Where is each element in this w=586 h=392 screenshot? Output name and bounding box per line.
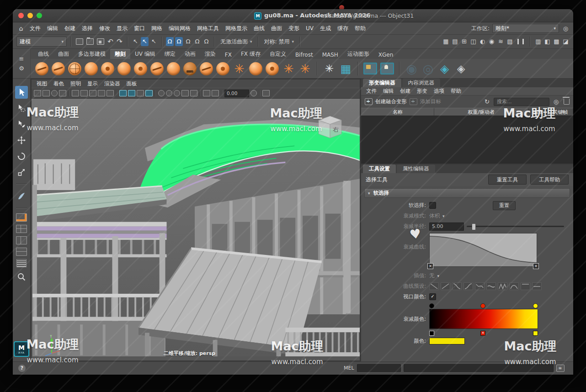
outliner-panel-icon[interactable]: ◪	[562, 37, 570, 46]
sculpt-smooth-tool-icon[interactable]	[101, 62, 114, 75]
viewport-settings-icon[interactable]	[262, 90, 270, 96]
shelf-tab[interactable]: Bifrost	[291, 50, 318, 59]
zoom-button[interactable]	[37, 13, 42, 18]
undo-icon[interactable]: ↶	[107, 37, 114, 46]
se-menu-item[interactable]: 文件	[363, 88, 380, 95]
live-surface-selector[interactable]: 无激活曲面 ▾	[218, 38, 254, 46]
sculpt-fill-tool-icon[interactable]	[249, 62, 262, 75]
falloff-curve-widget[interactable]: × ×	[429, 233, 537, 267]
outliner-layout-button[interactable]	[16, 259, 27, 267]
panel-menu-item[interactable]: 渲染器	[101, 80, 123, 87]
create-blendshape-icon[interactable]	[365, 98, 373, 105]
xray-icon[interactable]	[181, 90, 189, 96]
menubar-item[interactable]: 帮助	[352, 25, 369, 32]
tab-shape-editor[interactable]: 形变编辑器	[363, 79, 401, 87]
layer-ring-icon[interactable]: ◎	[421, 62, 435, 75]
rotate-tool[interactable]	[15, 150, 28, 163]
ramp-key-red[interactable]	[480, 303, 485, 308]
filter-icon[interactable]: ◎	[552, 97, 560, 106]
shelf-tab-active[interactable]: 雕刻	[110, 49, 130, 59]
curve-preset-button[interactable]	[509, 282, 519, 290]
tool-settings-icon[interactable]: ▩	[553, 37, 560, 46]
shelf-tab[interactable]: MASH	[318, 50, 343, 59]
column-header-name[interactable]: 名称	[361, 108, 434, 116]
menubar-item[interactable]: 曲线	[250, 25, 268, 32]
freeze-tool-icon[interactable]: ✳	[323, 62, 336, 75]
render-icon[interactable]: ▦	[442, 37, 450, 46]
ipr-render-icon[interactable]: ⊞	[460, 37, 468, 46]
search-input[interactable]	[494, 98, 549, 106]
titlebar[interactable]: M gu08.ma - Autodesk MAYA 2026 nloads/08…	[13, 9, 573, 22]
select-tool[interactable]	[15, 86, 28, 99]
menubar-item[interactable]: 显示	[113, 25, 131, 32]
sculpt-grab-tool-icon[interactable]	[134, 62, 147, 75]
snap-grid-icon[interactable]: Ω	[166, 37, 174, 46]
zoom-magnifier-icon[interactable]	[15, 270, 28, 283]
wireframe-mode-icon[interactable]	[119, 90, 127, 96]
help-icon[interactable]: ?	[18, 365, 26, 372]
shelf-tab[interactable]: 自定义	[265, 49, 291, 59]
sculpt-bulge-tool-icon[interactable]: ✳	[298, 62, 312, 75]
ao-icon[interactable]	[166, 90, 172, 96]
mode-selector[interactable]: 建模 ▾	[16, 37, 67, 47]
scale-tool[interactable]	[15, 166, 28, 179]
slider-handle[interactable]	[472, 223, 476, 230]
panel-menu-item[interactable]: 视图	[33, 80, 50, 87]
curve-preset-button[interactable]	[521, 282, 530, 290]
menubar-item[interactable]: 编辑网格	[165, 25, 194, 32]
tab-content-browser[interactable]: 内容浏览器	[402, 79, 441, 87]
interpolation-value[interactable]: 无	[429, 272, 435, 279]
camera-lock-icon[interactable]	[34, 90, 41, 96]
lighting-mode-icon[interactable]	[145, 90, 153, 96]
open-scene-icon[interactable]	[86, 38, 94, 45]
sculpt-pinch-tool-icon[interactable]	[150, 62, 164, 75]
move-tool[interactable]	[15, 134, 28, 147]
bookmark-icon[interactable]	[43, 90, 50, 96]
image-plane-icon[interactable]	[363, 63, 377, 74]
exposure-field[interactable]	[224, 90, 249, 97]
sculpt-spike-tool-icon[interactable]: ✳	[233, 62, 246, 75]
refresh-icon[interactable]: ↻	[483, 97, 491, 106]
layout-split-pane-button[interactable]	[16, 248, 27, 256]
sculpt-scrape-tool-icon[interactable]	[216, 62, 229, 75]
lasso-tool[interactable]	[15, 102, 28, 115]
column-header-edit[interactable]: 编辑	[528, 108, 548, 116]
sculpt-slice-tool-icon[interactable]	[52, 62, 65, 75]
shelf-tab[interactable]: XGen	[374, 50, 398, 59]
view-cube[interactable]: 右	[316, 114, 344, 141]
column-header-key[interactable]: 关键帧	[548, 108, 573, 116]
menubar-item[interactable]: 窗口	[131, 25, 148, 32]
shelf-tab[interactable]: 曲面	[53, 49, 74, 59]
reset-tool-button[interactable]: 重置工具	[488, 175, 527, 185]
isolate-select-icon[interactable]	[190, 90, 197, 96]
sculpt-flatten-tool-icon[interactable]	[167, 62, 180, 75]
toon-icon[interactable]: ≋	[497, 37, 505, 46]
curve-preset-button[interactable]	[532, 282, 542, 290]
save-scene-icon[interactable]	[97, 38, 104, 45]
uv-editor-icon[interactable]: ◈	[438, 62, 451, 75]
layout-single-pane-button[interactable]	[16, 213, 27, 222]
grease-pencil-icon[interactable]	[51, 90, 58, 96]
sculpt-tool-icon[interactable]	[85, 62, 98, 75]
new-scene-icon[interactable]	[76, 38, 83, 45]
ramp-key-yellow[interactable]	[533, 303, 538, 308]
shelf-tab[interactable]: 运动图形	[343, 49, 374, 59]
tool-help-button[interactable]: 工具帮助	[530, 175, 569, 185]
channel-box-icon[interactable]: ▥	[534, 37, 542, 46]
tab-tool-settings[interactable]: 工具设置	[363, 164, 396, 173]
mel-input[interactable]	[357, 364, 401, 372]
add-target-button[interactable]: 添加目标	[420, 98, 441, 105]
menubar-item[interactable]: 修改	[96, 25, 113, 32]
curve-preset-button[interactable]	[429, 282, 439, 290]
panel-menu-item[interactable]: 显示	[84, 80, 101, 87]
menubar-item[interactable]: 网格工具	[194, 25, 222, 32]
curve-key-marker[interactable]: ×	[533, 263, 539, 269]
film-gate-icon[interactable]	[59, 90, 66, 96]
snap-point-icon[interactable]: Ω	[184, 37, 192, 46]
panel-menu-item[interactable]: 面板	[123, 80, 140, 87]
curve-preset-button[interactable]	[452, 282, 462, 290]
se-menu-item[interactable]: 形变	[414, 88, 431, 95]
character-panel-icon[interactable]	[380, 63, 394, 74]
column-header-weight[interactable]: 权重/驱动者	[434, 108, 528, 116]
shelf-tab[interactable]: 渲染	[200, 49, 220, 59]
